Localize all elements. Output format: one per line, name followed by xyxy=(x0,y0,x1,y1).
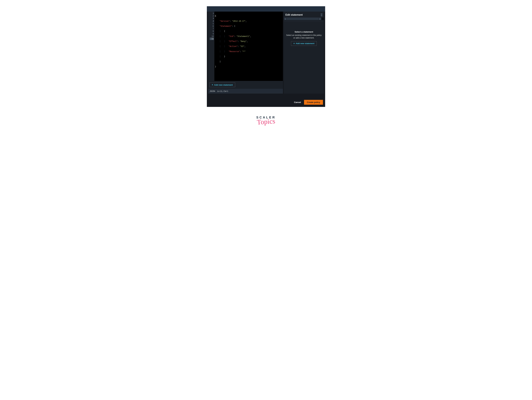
dialog-footer: Cancel Create policy xyxy=(207,94,325,107)
json-editor[interactable]: 1▾ 2 3▾ 4▾ 5 6 7 8 9 10 11 { "Version": … xyxy=(208,12,283,81)
scroll-track[interactable] xyxy=(287,18,319,20)
policy-editor-window: 1▾ 2 3▾ 4▾ 5 6 7 8 9 10 11 { "Version": … xyxy=(207,6,325,107)
cancel-button[interactable]: Cancel xyxy=(293,100,302,105)
empty-state-description: Select an existing statement in the poli… xyxy=(286,34,322,39)
side-panel-header: Edit statement ▴ ▾ xyxy=(284,12,324,16)
json-key: "Action" xyxy=(229,45,238,47)
code-panel: 1▾ 2 3▾ 4▾ 5 6 7 8 9 10 11 { "Version": … xyxy=(208,12,283,94)
json-value: "2012-10-17" xyxy=(232,20,246,22)
json-key: "Version" xyxy=(220,20,230,22)
line-number: 2 xyxy=(210,15,214,17)
line-number: 4▾ xyxy=(210,20,214,22)
status-mode: JSON xyxy=(210,90,215,92)
editor-toolbar-below: + Add new statement xyxy=(208,81,283,89)
json-key: "Resource" xyxy=(229,51,240,53)
json-key: "Effect" xyxy=(229,40,238,42)
status-cursor-position: Ln 11, Col 1 xyxy=(217,90,228,92)
statement-nav-scrollbar[interactable]: ◂ ▸ xyxy=(284,17,324,20)
line-number: 7 xyxy=(210,27,214,30)
create-policy-button[interactable]: Create policy xyxy=(304,100,323,105)
json-value: "*" xyxy=(242,51,246,53)
json-value: "Deny" xyxy=(240,40,247,42)
json-key: "Statement" xyxy=(220,25,232,27)
side-panel-body: Select a statement Select an existing st… xyxy=(284,21,324,94)
button-label: Add new statement xyxy=(214,84,233,86)
empty-state-title: Select a statement xyxy=(295,31,313,33)
editor-status-bar: JSON Ln 11, Col 1 xyxy=(208,89,283,94)
editor-area: 1▾ 2 3▾ 4▾ 5 6 7 8 9 10 11 { "Version": … xyxy=(207,12,325,94)
line-number: 8 xyxy=(210,30,214,32)
code-content[interactable]: { "Version": "2012-10-17", "Statement": … xyxy=(214,12,283,81)
line-number-gutter: 1▾ 2 3▾ 4▾ 5 6 7 8 9 10 11 xyxy=(208,12,214,81)
window-header-strip xyxy=(207,6,325,12)
line-number: 11 xyxy=(210,38,214,40)
chevron-right-icon[interactable]: ▸ xyxy=(319,18,321,20)
stepper-control[interactable]: ▴ ▾ xyxy=(320,13,323,16)
json-value: "S3" xyxy=(240,45,244,47)
line-number: 6 xyxy=(210,25,214,27)
chevron-left-icon[interactable]: ◂ xyxy=(284,18,286,20)
chevron-down-icon[interactable]: ▾ xyxy=(320,15,323,16)
edit-statement-panel: Edit statement ▴ ▾ ◂ ▸ Select a statemen… xyxy=(284,12,324,94)
plus-icon: + xyxy=(212,83,213,86)
add-new-statement-button[interactable]: + Add new statement xyxy=(209,83,235,87)
scaler-topics-logo: SCALER Topics xyxy=(256,116,276,126)
json-value: "Statement1" xyxy=(236,35,250,37)
chevron-up-icon[interactable]: ▴ xyxy=(320,13,323,15)
add-new-statement-button-side[interactable]: + Add new statement xyxy=(291,41,317,46)
line-number: 3▾ xyxy=(210,17,214,20)
logo-line-2: Topics xyxy=(256,117,276,127)
plus-icon: + xyxy=(293,42,295,45)
side-panel-title: Edit statement xyxy=(285,13,303,16)
scroll-corner xyxy=(321,18,324,20)
line-number: 5 xyxy=(210,22,214,25)
line-number: 1▾ xyxy=(210,12,214,15)
json-key: "Sid" xyxy=(229,35,234,37)
button-label: Add new statement xyxy=(296,42,314,44)
line-number: 10 xyxy=(210,35,214,38)
line-number: 9 xyxy=(210,32,214,35)
